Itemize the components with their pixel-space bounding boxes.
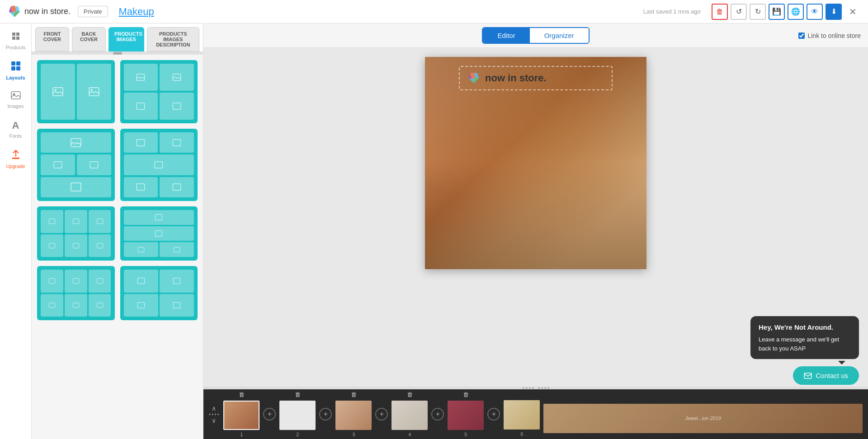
catalog-title[interactable]: Makeup <box>119 6 154 18</box>
undo-button[interactable]: ↺ <box>731 4 747 20</box>
filmstrip-remaining: Jewel...ion 2019 <box>543 396 863 433</box>
svg-rect-12 <box>11 92 20 99</box>
film-thumb-4[interactable]: 🗑 4 <box>392 391 428 437</box>
film-thumb-1[interactable]: 🗑 1 <box>223 391 259 437</box>
svg-rect-45 <box>49 303 55 308</box>
thumb-img-3[interactable] <box>335 401 372 430</box>
svg-rect-22 <box>173 103 181 109</box>
tab-front-cover[interactable]: FRONT COVER <box>35 27 69 51</box>
add-page-after-3[interactable]: + <box>375 408 388 420</box>
tab-products-images[interactable]: PRODUCTS IMAGES <box>108 27 144 51</box>
filmstrip-down[interactable]: ∨ <box>212 417 216 424</box>
sidebar-item-fonts[interactable]: A Fonts <box>1 115 30 143</box>
layouts-icon <box>11 61 21 73</box>
filmstrip-up[interactable]: ∧ <box>212 405 216 412</box>
svg-point-16 <box>55 89 57 91</box>
contact-button[interactable]: Contact us <box>793 366 859 385</box>
layout-card-7[interactable] <box>37 266 115 320</box>
tab-products-images-desc[interactable]: PRODUCTS IMAGES DESCRIPTION <box>147 27 199 51</box>
add-page-after-1[interactable]: + <box>263 408 276 420</box>
layout-placeholder <box>41 132 111 153</box>
layout-panel: FRONT COVER BACK COVER PRODUCTS IMAGES P… <box>32 23 203 439</box>
layout-placeholder <box>124 93 158 120</box>
layout-placeholder <box>160 242 194 257</box>
fonts-label: Fonts <box>9 133 22 139</box>
delete-page-1[interactable]: 🗑 <box>239 391 245 398</box>
add-page-after-4[interactable]: + <box>431 408 444 420</box>
tab-back-cover[interactable]: BACK COVER <box>72 27 106 51</box>
svg-rect-47 <box>97 303 103 308</box>
sidebar-item-layouts[interactable]: Layouts <box>1 56 30 85</box>
film-thumb-2[interactable]: 🗑 2 <box>279 391 316 437</box>
globe-button[interactable]: 🌐 <box>788 4 804 20</box>
layout-card-8[interactable] <box>120 266 198 320</box>
left-sidebar: Products Layouts Images <box>0 23 32 439</box>
layout-card-2[interactable] <box>120 60 198 123</box>
add-page-after-5[interactable]: + <box>487 408 500 420</box>
delete-page-5[interactable]: 🗑 <box>463 391 469 398</box>
email-icon <box>804 373 812 379</box>
redo-button[interactable]: ↻ <box>750 4 766 20</box>
thumb-img-4[interactable] <box>392 401 428 430</box>
svg-rect-5 <box>16 33 19 36</box>
thumb-img-6[interactable] <box>504 400 540 430</box>
divider-dots <box>523 387 549 389</box>
layout-placeholder <box>124 210 194 225</box>
add-page-after-2[interactable]: + <box>319 408 332 420</box>
download-button[interactable]: ⬇ <box>826 4 842 20</box>
layout-placeholder <box>65 294 87 317</box>
privacy-badge[interactable]: Private <box>78 6 108 17</box>
delete-button[interactable]: 🗑 <box>712 4 728 20</box>
layout-scroll[interactable] <box>32 55 203 439</box>
sidebar-item-upgrade[interactable]: Upgrade <box>1 145 30 173</box>
link-to-store[interactable]: Link to online store <box>798 32 861 39</box>
save-button[interactable]: 💾 <box>769 4 785 20</box>
delete-page-2[interactable]: 🗑 <box>295 391 301 398</box>
layout-card-4[interactable] <box>120 129 198 201</box>
layout-card-1[interactable] <box>37 60 115 123</box>
layout-card-3[interactable] <box>37 129 115 201</box>
products-icon <box>11 32 20 43</box>
delete-page-3[interactable]: 🗑 <box>351 391 357 398</box>
thumb-img-2[interactable] <box>279 401 316 430</box>
thumb-img-5[interactable] <box>448 401 484 430</box>
close-button[interactable]: ✕ <box>844 4 861 20</box>
svg-rect-51 <box>173 302 180 308</box>
sidebar-item-products[interactable]: Products <box>1 27 30 55</box>
organizer-button[interactable]: Organizer <box>530 28 589 43</box>
layout-placeholder <box>89 210 111 233</box>
svg-rect-11 <box>16 66 20 70</box>
film-thumb-5[interactable]: 🗑 5 <box>448 391 484 437</box>
thumb-img-1[interactable] <box>223 401 259 430</box>
svg-rect-36 <box>73 243 79 248</box>
editor-button[interactable]: Editor <box>483 28 529 43</box>
svg-rect-8 <box>11 61 15 65</box>
layout-placeholder <box>160 64 194 91</box>
layout-card-6[interactable] <box>120 206 198 261</box>
editor-topbar: Editor Organizer Link to online store <box>203 23 868 48</box>
preview-button[interactable]: 👁 <box>807 4 823 20</box>
svg-rect-9 <box>16 61 20 65</box>
svg-rect-10 <box>11 66 15 70</box>
svg-rect-38 <box>156 215 162 220</box>
layout-card-5[interactable] <box>37 206 115 261</box>
svg-rect-32 <box>49 219 55 224</box>
sidebar-item-images[interactable]: Images <box>1 87 30 113</box>
link-to-store-checkbox[interactable] <box>798 33 805 39</box>
layout-placeholder <box>124 270 158 293</box>
logo-overlay-box[interactable]: now in store. <box>459 66 613 90</box>
film-thumb-6[interactable]: 6 <box>504 392 540 437</box>
logo-icon <box>7 5 22 19</box>
svg-rect-4 <box>12 33 15 36</box>
layout-placeholder <box>41 294 63 317</box>
svg-rect-24 <box>54 162 62 168</box>
svg-point-18 <box>91 89 93 91</box>
delete-page-4[interactable]: 🗑 <box>407 391 413 398</box>
tab-bar: FRONT COVER BACK COVER PRODUCTS IMAGES P… <box>32 23 203 52</box>
svg-rect-56 <box>804 373 811 378</box>
chat-title: Hey, We're Not Around. <box>759 322 851 333</box>
film-thumb-3[interactable]: 🗑 3 <box>335 391 372 437</box>
svg-rect-49 <box>173 278 180 284</box>
logo-overlay-icon <box>467 71 481 85</box>
upgrade-icon <box>11 149 20 162</box>
